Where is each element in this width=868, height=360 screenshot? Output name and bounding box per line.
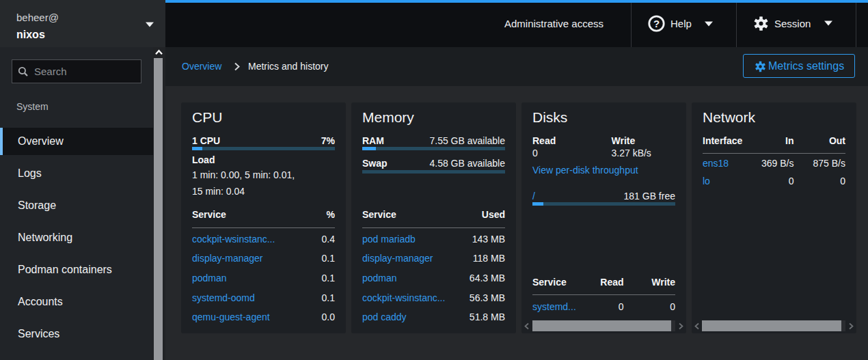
svg-text:?: ? [653, 17, 660, 29]
